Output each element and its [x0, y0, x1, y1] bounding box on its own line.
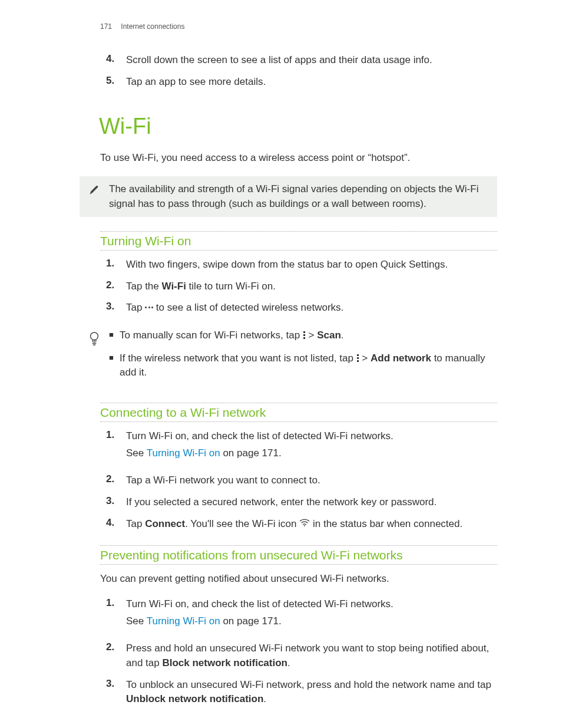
list-item: 1. Turn Wi-Fi on, and check the list of … [106, 597, 497, 634]
text: To unblock an unsecured Wi-Fi network, p… [126, 679, 491, 690]
text: on page 171. [220, 615, 282, 627]
bold-text: Scan [317, 330, 341, 341]
tip-box: ■ To manually scan for Wi-Fi networks, t… [80, 322, 497, 388]
section-name: Internet connections [121, 22, 184, 31]
bold-text: Wi-Fi [162, 281, 186, 292]
text: If the wireless network that you want is… [120, 353, 356, 364]
vertical-dots-icon [303, 331, 305, 339]
page-number: 171 [100, 22, 119, 31]
step-text: Turn Wi-Fi on, and check the list of det… [126, 597, 497, 634]
lightbulb-icon [80, 328, 109, 383]
step-text: Tap to see a list of detected wireless n… [126, 301, 497, 315]
vertical-dots-icon [357, 354, 359, 362]
step-number: 3. [106, 678, 126, 707]
text: To manually scan for Wi-Fi networks, tap [120, 330, 303, 341]
wifi-icon [299, 516, 310, 531]
lead-text: To use Wi-Fi, you need access to a wirel… [100, 151, 497, 166]
text: See [126, 447, 147, 459]
list-item: 4. Scroll down the screen to see a list … [106, 53, 497, 68]
text: Turn Wi-Fi on, and check the list of det… [126, 598, 394, 610]
step-number: 3. [106, 301, 126, 315]
text: . You'll see the Wi-Fi icon [185, 518, 299, 529]
step-text: With two fingers, swipe down from the st… [126, 258, 497, 272]
bold-text: Connect [145, 518, 185, 529]
bold-text: Unblock network notification [126, 693, 263, 704]
svg-point-0 [91, 332, 98, 340]
note-text: The availability and strength of a Wi-Fi… [109, 182, 487, 211]
cross-reference-link[interactable]: Turning Wi-Fi on [147, 447, 220, 459]
step-text: Tap Connect. You'll see the Wi-Fi icon i… [126, 517, 497, 532]
step-text: Tap the Wi-Fi tile to turn Wi-Fi on. [126, 279, 497, 294]
tip-content: ■ To manually scan for Wi-Fi networks, t… [109, 328, 487, 383]
step-number: 2. [106, 279, 126, 294]
text: tile to turn Wi-Fi on. [186, 281, 276, 292]
bold-text: Add network [371, 353, 431, 364]
list-item: 3. Tap to see a list of detected wireles… [106, 301, 497, 315]
list-item: 2. Tap a Wi-Fi network you want to conne… [106, 473, 497, 488]
step-text: Scroll down the screen to see a list of … [126, 53, 497, 68]
step-text: Tap an app to see more details. [126, 75, 497, 90]
intro-steps: 4. Scroll down the screen to see a list … [106, 53, 497, 89]
section-heading: Connecting to a Wi-Fi network [100, 403, 497, 422]
list-item: 5. Tap an app to see more details. [106, 75, 497, 90]
list-item: 4. Tap Connect. You'll see the Wi-Fi ico… [106, 517, 497, 532]
sub-text: See Turning Wi-Fi on on page 171. [126, 446, 497, 461]
step-number: 4. [106, 53, 126, 68]
text: on page 171. [220, 447, 282, 459]
section-steps: 1. Turn Wi-Fi on, and check the list of … [106, 597, 497, 707]
list-item: 2. Tap the Wi-Fi tile to turn Wi-Fi on. [106, 279, 497, 294]
text: in the status bar when connected. [310, 518, 462, 529]
list-item: 3. To unblock an unsecured Wi-Fi network… [106, 678, 497, 707]
text: Tap [126, 518, 145, 529]
section-steps: 1. Turn Wi-Fi on, and check the list of … [106, 429, 497, 531]
step-text: Tap a Wi-Fi network you want to connect … [126, 473, 497, 488]
sub-text: See Turning Wi-Fi on on page 171. [126, 614, 497, 629]
pencil-icon [80, 182, 109, 211]
step-text: Turn Wi-Fi on, and check the list of det… [126, 429, 497, 466]
step-text: If you selected a secured network, enter… [126, 495, 497, 510]
text: Tap the [126, 281, 162, 292]
horizontal-dots-icon [145, 307, 153, 308]
step-text: Press and hold an unsecured Wi-Fi networ… [126, 641, 497, 670]
cross-reference-link[interactable]: Turning Wi-Fi on [147, 615, 220, 627]
step-number: 5. [106, 75, 126, 90]
step-number: 4. [106, 517, 126, 532]
step-text: To unblock an unsecured Wi-Fi network, p… [126, 678, 497, 707]
text: to see a list of detected wireless netwo… [153, 302, 343, 313]
step-number: 1. [106, 597, 126, 634]
text: See [126, 615, 147, 627]
text: . [263, 693, 266, 704]
note-box: The availability and strength of a Wi-Fi… [80, 176, 497, 217]
page-title: Wi-Fi [99, 114, 497, 139]
tip-text: To manually scan for Wi-Fi networks, tap… [120, 328, 487, 343]
text: > [359, 353, 371, 364]
step-number: 2. [106, 641, 126, 670]
svg-point-1 [304, 525, 305, 526]
section-steps: 1. With two fingers, swipe down from the… [106, 258, 497, 315]
text: Tap [126, 302, 145, 313]
step-number: 2. [106, 473, 126, 488]
bullet-icon: ■ [109, 328, 120, 343]
bullet-icon: ■ [109, 351, 120, 380]
step-number: 1. [106, 258, 126, 272]
text: > [306, 330, 317, 341]
text: Turn Wi-Fi on, and check the list of det… [126, 430, 394, 442]
running-header: 171 Internet connections [100, 22, 497, 31]
text: . [287, 657, 290, 668]
tip-bullet: ■ If the wireless network that you want … [109, 351, 487, 380]
tip-text: If the wireless network that you want is… [120, 351, 487, 380]
text: . [341, 330, 344, 341]
section-heading: Turning Wi-Fi on [100, 231, 497, 251]
list-item: 3. If you selected a secured network, en… [106, 495, 497, 510]
list-item: 1. With two fingers, swipe down from the… [106, 258, 497, 272]
bold-text: Block network notification [162, 657, 287, 668]
step-number: 1. [106, 429, 126, 466]
step-number: 3. [106, 495, 126, 510]
list-item: 2. Press and hold an unsecured Wi-Fi net… [106, 641, 497, 670]
list-item: 1. Turn Wi-Fi on, and check the list of … [106, 429, 497, 466]
tip-bullet: ■ To manually scan for Wi-Fi networks, t… [109, 328, 487, 343]
section-heading: Preventing notifications from unsecured … [100, 545, 497, 565]
section-intro: You can prevent getting notified about u… [100, 572, 497, 587]
